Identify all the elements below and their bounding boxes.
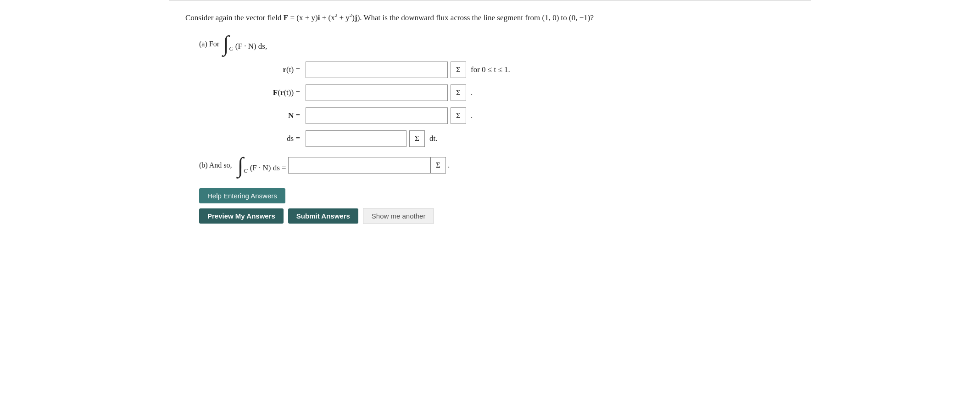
Frt-label: F(r(t)) =	[250, 88, 300, 97]
part-a-label: (a) For	[199, 34, 219, 48]
part-b-input[interactable]	[288, 157, 430, 174]
part-a-section: (a) For ∫ C (F · N) ds,	[185, 34, 795, 53]
part-a-integral: ∫ C (F · N) ds,	[223, 34, 267, 53]
ds-suffix: dt.	[429, 134, 437, 143]
integral-sub-a: C	[229, 45, 233, 52]
rt-row: r(t) = Σ for 0 ≤ t ≤ 1.	[250, 62, 795, 78]
buttons-section: Help Entering Answers Preview My Answers…	[185, 188, 795, 224]
Frt-sigma-button[interactable]: Σ	[451, 84, 466, 101]
integral-symbol-b: ∫	[238, 155, 244, 175]
part-b-integral: ∫ C (F · N) ds =	[238, 155, 286, 175]
help-btn-row: Help Entering Answers	[199, 188, 795, 203]
N-row: N = Σ .	[250, 107, 795, 124]
N-sigma-button[interactable]: Σ	[451, 107, 466, 124]
show-another-button[interactable]: Show me another	[363, 208, 434, 224]
rt-suffix: for 0 ≤ t ≤ 1.	[471, 65, 510, 74]
ds-label: ds =	[250, 134, 300, 143]
Frt-input[interactable]	[306, 84, 448, 101]
part-b-section: (b) And so, ∫ C (F · N) ds = Σ .	[185, 155, 795, 175]
Frt-row: F(r(t)) = Σ .	[250, 84, 795, 101]
integral-body-a: (F · N) ds,	[235, 36, 267, 51]
question-suffix: ). What is the downward flux across the …	[357, 13, 594, 22]
part-b-suffix: .	[448, 161, 450, 170]
rt-label: r(t) =	[250, 65, 300, 74]
N-suffix: .	[471, 111, 473, 120]
question-prefix: Consider again the vector field	[185, 13, 284, 22]
question-text: Consider again the vector field F = (x +…	[185, 11, 795, 23]
rt-input[interactable]	[306, 62, 448, 78]
part-b-sigma-button[interactable]: Σ	[430, 157, 446, 174]
help-button[interactable]: Help Entering Answers	[199, 188, 285, 203]
rt-sigma-button[interactable]: Σ	[451, 62, 466, 78]
q-plus: + (x2 + y2)	[320, 13, 355, 22]
F-bold: F	[284, 13, 288, 22]
part-b-label: (b) And so,	[199, 161, 232, 169]
N-label: N =	[250, 111, 300, 120]
N-input[interactable]	[306, 107, 448, 124]
ds-sigma-button[interactable]: Σ	[409, 130, 425, 147]
bottom-rule	[169, 239, 811, 239]
ds-input[interactable]	[306, 130, 406, 147]
page-wrapper: Consider again the vector field F = (x +…	[169, 0, 811, 239]
submit-button[interactable]: Submit Answers	[288, 208, 358, 224]
question-eq: = (x + y)	[288, 13, 318, 22]
preview-button[interactable]: Preview My Answers	[199, 208, 284, 224]
integral-body-b: (F · N) ds =	[250, 158, 286, 173]
action-btn-row: Preview My Answers Submit Answers Show m…	[199, 208, 795, 224]
integral-sub-b: C	[244, 167, 248, 174]
content-area: Consider again the vector field F = (x +…	[169, 0, 811, 239]
integral-symbol-a: ∫	[223, 34, 229, 53]
Frt-suffix: .	[471, 88, 473, 97]
ds-row: ds = Σ dt.	[250, 130, 795, 147]
fields-section: r(t) = Σ for 0 ≤ t ≤ 1. F(r(t)) = Σ . N …	[185, 62, 795, 147]
